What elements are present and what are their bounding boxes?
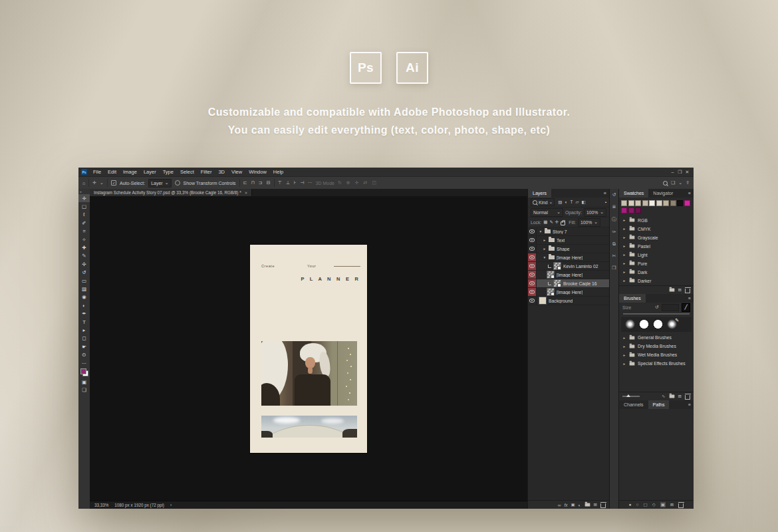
swatch-color-11[interactable] [628, 207, 634, 213]
brush-group[interactable]: ▸Special Effects Brushes [619, 359, 694, 368]
menu-window[interactable]: Window [245, 169, 270, 175]
chevron-collapsed-icon[interactable]: ▸ [622, 353, 626, 357]
menu-3d[interactable]: 3D [215, 169, 228, 175]
eye-icon[interactable] [529, 273, 535, 277]
layer-row[interactable]: Brooke Cagle 16 [528, 279, 609, 288]
visibility-cell[interactable] [528, 288, 537, 296]
eyedropper-tool-icon[interactable]: ✧ [78, 235, 90, 243]
share-icon[interactable]: ⇧ [686, 180, 690, 186]
filter-type-icon-4[interactable]: ◧ [581, 200, 585, 205]
layer-row[interactable]: Kevin Laminto 02 [528, 262, 609, 271]
swatch-color-6[interactable] [663, 200, 669, 206]
3d-mode-icon-2[interactable]: ✛ [355, 180, 359, 186]
close-tab-icon[interactable]: ✕ [245, 191, 248, 195]
brush-tool-icon[interactable]: ✎ [78, 252, 90, 260]
info-panel-icon[interactable]: ⓘ [612, 216, 616, 223]
eraser-tool-icon[interactable]: ▭ [78, 277, 90, 285]
opacity-value[interactable]: 100% ⌄ [584, 208, 606, 217]
dodge-tool-icon[interactable]: ◐ [78, 301, 90, 309]
history-brush-tool-icon[interactable]: ↺ [78, 269, 90, 277]
layer-content[interactable]: Brooke Cagle 16 [537, 279, 609, 287]
clone-stamp-tool-icon[interactable]: ✣ [78, 260, 90, 268]
tab-swatches[interactable]: Swatches [619, 189, 648, 198]
visibility-cell[interactable] [528, 236, 537, 244]
tab-navigator[interactable]: Navigator [648, 189, 678, 198]
swatch-color-10[interactable] [621, 207, 627, 213]
zoom-tool-icon[interactable]: ⊙ [78, 350, 90, 358]
3d-mode-icon-0[interactable]: ↻ [338, 180, 342, 186]
layer-thumbnail[interactable] [547, 288, 555, 296]
hand-tool-icon[interactable]: ☛ [78, 342, 90, 350]
swatch-color-12[interactable] [635, 207, 641, 213]
swatch-color-1[interactable] [628, 200, 634, 206]
search-icon[interactable] [663, 181, 668, 186]
brush-preview-soft-pen[interactable]: ✎ [667, 319, 677, 329]
align-icon-2[interactable]: ⊐ [259, 180, 263, 186]
filter-type-icon-3[interactable]: ▱ [575, 200, 579, 205]
chevron-collapsed-icon[interactable]: ▸ [622, 227, 626, 231]
stroke-path-icon[interactable]: ○ [636, 502, 639, 507]
distribute-icon-1[interactable]: ⊥ [286, 180, 290, 186]
paths-panel-menu-icon[interactable]: ≡ [686, 400, 694, 409]
auto-select-checkbox[interactable]: ✓ [111, 180, 116, 186]
swatch-group-dark[interactable]: ▸Dark [619, 268, 694, 277]
reset-brush-icon[interactable]: ↺ [655, 305, 659, 310]
quick-selection-tool-icon[interactable]: ✐ [78, 219, 90, 227]
layer-row[interactable]: ▸Shape [528, 245, 609, 253]
move-tool-icon[interactable]: ✛ [92, 180, 96, 186]
lock-position-icon[interactable]: ✛ [555, 219, 559, 225]
status-chevron-icon[interactable]: › [170, 503, 172, 507]
swatch-group-darker[interactable]: ▸Darker [619, 277, 694, 285]
quick-mask-icon[interactable]: ▣ [78, 378, 90, 386]
menu-image[interactable]: Image [120, 169, 140, 175]
brush-group[interactable]: ▸Wet Media Brushes [619, 350, 694, 359]
visibility-cell[interactable] [528, 253, 537, 261]
menu-layer[interactable]: Layer [140, 169, 160, 175]
healing-brush-tool-icon[interactable]: ✚ [78, 243, 90, 251]
path-ops-icon[interactable]: ◇ [652, 502, 656, 507]
eye-icon[interactable] [529, 238, 535, 242]
layer-content[interactable]: Background [537, 297, 609, 305]
delete-path-icon[interactable] [678, 503, 684, 508]
minimize-button[interactable]: – [669, 170, 676, 174]
chevron-collapsed-icon[interactable]: ▸ [622, 344, 626, 348]
swatch-color-8[interactable] [677, 200, 683, 206]
brush-group[interactable]: ▸Dry Media Brushes [619, 342, 694, 350]
brush-preview-hard-fold[interactable] [639, 319, 649, 329]
workspace-icon[interactable]: ❏ [671, 180, 675, 186]
eye-icon[interactable] [529, 281, 535, 285]
add-mask-icon[interactable]: ▣ [571, 502, 575, 507]
swatch-color-7[interactable] [670, 200, 676, 206]
toolbar-collapse-icon[interactable]: » [78, 190, 91, 194]
filter-toggle-icon[interactable]: • [605, 200, 606, 204]
more-options-icon[interactable]: ⋯ [308, 180, 313, 186]
tab-paths[interactable]: Paths [648, 400, 670, 409]
distribute-icon-0[interactable]: ⊤ [278, 180, 282, 186]
story-artboard[interactable]: Create Your P L A N N E R [250, 245, 367, 453]
filter-type-icon-1[interactable]: ◐ [565, 200, 567, 205]
swatch-color-2[interactable] [635, 200, 641, 206]
brush-size-input[interactable] [662, 304, 679, 311]
close-button[interactable]: ✕ [684, 170, 691, 175]
swatch-color-5[interactable] [656, 200, 662, 206]
chevron-collapsed-icon[interactable]: ▸ [622, 336, 626, 340]
filter-type-icon-2[interactable]: T [570, 200, 573, 205]
new-layer-icon[interactable]: ⊞ [594, 502, 597, 507]
lock-pixels-icon[interactable]: ✎ [549, 219, 553, 225]
show-transform-checkbox[interactable] [175, 180, 180, 186]
live-tip-preview-icon[interactable]: ∿ [662, 394, 665, 399]
zoom-level[interactable]: 33,33% [94, 503, 108, 507]
lock-all-icon[interactable] [561, 221, 565, 225]
selection-from-path-icon[interactable]: ▢ [644, 502, 648, 507]
visibility-cell[interactable] [528, 297, 537, 305]
brush-preview-slider[interactable] [622, 396, 640, 397]
eye-icon[interactable] [529, 299, 535, 303]
align-icon-1[interactable]: ⊓ [251, 180, 254, 186]
eye-icon[interactable] [529, 247, 535, 251]
tool-overflow-icon[interactable]: ⋯ [78, 359, 90, 367]
chevron-collapsed-icon[interactable]: ▸ [622, 261, 626, 265]
chevron-collapsed-icon[interactable]: ▸ [622, 244, 626, 248]
menu-type[interactable]: Type [160, 169, 177, 175]
document-tab[interactable]: Instagram Schedule Activity Story 07.psd… [90, 189, 252, 196]
swatch-group-pastel[interactable]: ▸Pastel [619, 242, 694, 251]
